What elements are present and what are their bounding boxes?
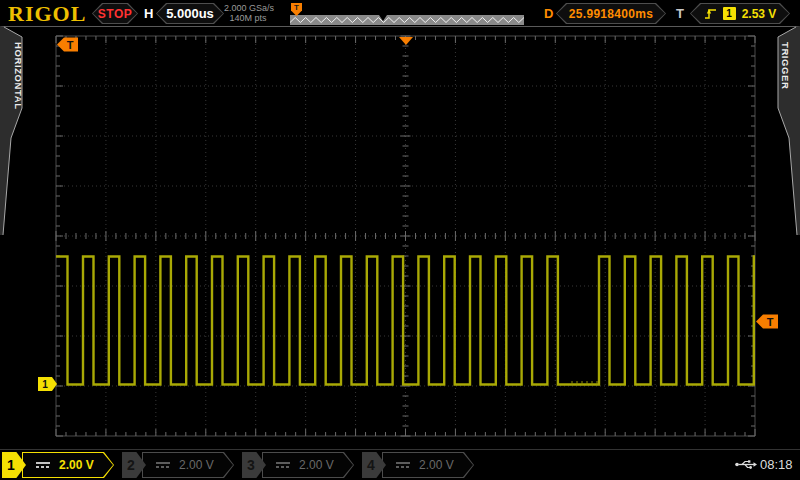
trigger-position-arrow-icon[interactable] [399,37,413,45]
rigol-logo: RIGOL [8,1,86,27]
oscilloscope-screen: { "header": { "logo": "RIGOL", "run_stat… [0,0,800,480]
horizontal-label: H [144,6,153,21]
memory-position-bar[interactable] [290,15,524,25]
trigger-tab-label: TRIGGER [780,42,791,89]
rising-edge-icon [704,6,717,21]
channel3-scale: 2.00 V [299,458,334,472]
channel1-badge[interactable]: 2.00 V 1 [2,452,114,478]
horizontal-offset-value: 25.9918400ms [557,4,665,23]
trigger-level-flag[interactable]: T [756,315,778,329]
trigger-corner-flag[interactable]: T [57,38,78,52]
channel4-badge[interactable]: 2.00 V 4 [362,452,474,478]
memory-waveform-glyph [290,18,524,23]
horizontal-tab-label: HORIZONTAL [13,42,24,110]
run-state-badge[interactable]: STOP [92,3,138,24]
trigger-corner-flag-label: T [67,39,74,51]
usb-icon [735,459,757,470]
trigger-settings-badge[interactable]: 1 2.53 V [690,3,790,24]
trigger-menu-tab[interactable]: TRIGGER [774,26,800,241]
acquisition-info: 2.000 GSa/s 140M pts [224,3,272,23]
dc-coupling-icon [156,462,170,468]
run-state-label: STOP [93,4,137,23]
timebase-value: 5.000us [157,4,223,23]
dc-coupling-icon [276,462,290,468]
top-status-bar: RIGOL STOP H 5.000us 2.000 GSa/s 140M pt… [0,0,800,27]
horizontal-offset-badge[interactable]: 25.9918400ms [556,3,666,24]
horizontal-menu-tab[interactable]: HORIZONTAL [0,26,26,241]
channel1-scale: 2.00 V [59,458,94,472]
trigger-level-flag-label: T [767,316,774,328]
bottom-separator [0,449,800,450]
top-separator [0,26,800,27]
delay-label: D [544,6,553,21]
dc-coupling-icon [396,462,410,468]
memory-depth: 140M pts [224,13,272,23]
clock: 08:18 [760,457,793,472]
channel3-badge[interactable]: 2.00 V 3 [242,452,354,478]
channel2-badge[interactable]: 2.00 V 2 [122,452,234,478]
trigger-source-box: 1 [723,7,736,20]
sample-rate: 2.000 GSa/s [224,3,272,13]
channel4-scale: 2.00 V [419,458,454,472]
trigger-level-value: 2.53 V [742,7,777,21]
ch1-ground-marker-label: 1 [42,379,48,390]
trigger-label: T [676,6,684,21]
timebase-badge[interactable]: 5.000us [156,3,224,24]
ch1-ground-marker[interactable]: 1 [38,377,57,391]
scope-display: T T 1 [0,0,800,480]
dc-coupling-icon [36,462,50,468]
channel2-scale: 2.00 V [179,458,214,472]
